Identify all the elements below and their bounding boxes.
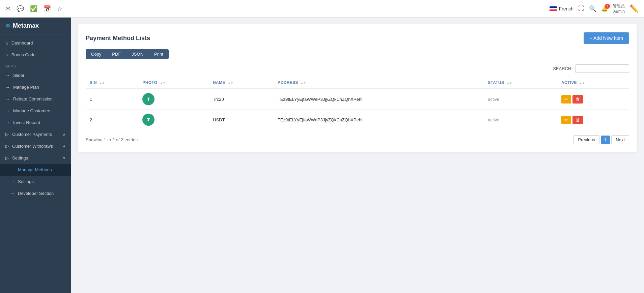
sidebar-item-developer-section[interactable]: → Developer Section (0, 187, 71, 199)
topbar-icons: ✉ 💬 ✅ 📅 ☆ (5, 5, 62, 12)
star-icon[interactable]: ☆ (57, 5, 62, 12)
calendar-icon[interactable]: 📅 (44, 5, 51, 12)
admin-role: Admin (613, 9, 625, 14)
cell-address: TEz9tELYyEjfaWWeP3JjyZQkCnZQhXPehi (274, 110, 484, 130)
main-content: Payment Method Lists + Add New Item Copy… (71, 18, 644, 293)
topbar-right: French ⛶ 🔍 🔔 5 管理员 Admin ✏️ (550, 3, 639, 14)
col-status: STATUS ▲▼ (484, 77, 557, 89)
admin-icon[interactable]: ✏️ (629, 4, 639, 13)
sidebar-item-manage-methods[interactable]: → Manage Methods (0, 164, 71, 176)
arrow-icon-invest: → (5, 120, 10, 125)
arrow-icon-slider: → (5, 73, 10, 78)
admin-label: 管理员 (613, 3, 625, 9)
col-address: ADDRESS ▲▼ (274, 77, 484, 89)
sidebar-item-invest-record[interactable]: → Invest Record (0, 117, 71, 128)
table-header-row: S.N ▲▼ PHOTO ▲▼ NAME ▲▼ ADDRESS (86, 77, 629, 89)
action-buttons: ✏ 🗑 (561, 95, 625, 104)
arrow-icon-manage-methods: → (10, 167, 15, 172)
current-page: 1 (601, 136, 610, 144)
sidebar-item-manage-customers[interactable]: → Manage Customers (0, 105, 71, 117)
chevron-icon-settings: ∨ (63, 156, 65, 160)
sidebar-item-manage-plan[interactable]: → Manage Plan (0, 81, 71, 93)
sort-arrows-sn: ▲▼ (100, 82, 105, 85)
notification-bell[interactable]: 🔔 5 (601, 5, 608, 12)
sort-arrows-active: ▲▼ (580, 82, 585, 85)
layout: ⚙ Metamax ⌂ Dashboard ⌂ Bonus Code APPS … (0, 18, 644, 293)
pagination-row: Showing 1 to 2 of 2 entries Previous 1 N… (86, 135, 629, 144)
next-button[interactable]: Next (611, 135, 629, 144)
cell-active: ✏ 🗑 (557, 89, 629, 110)
arrow-icon-developer: → (10, 191, 15, 196)
sidebar-label-dashboard: Dashboard (11, 40, 33, 46)
tether-icon: ₮ (142, 93, 155, 105)
chevron-icon-payments: ∧ (63, 132, 65, 137)
cell-name: USDT (209, 110, 274, 130)
sort-arrows-status: ▲▼ (507, 82, 512, 85)
sort-arrows-name: ▲▼ (228, 82, 233, 85)
language-selector[interactable]: French (550, 6, 573, 11)
sidebar-label-slider: Slider (13, 73, 24, 78)
pdf-button[interactable]: PDF (107, 49, 126, 59)
cell-photo: ₮ (138, 110, 209, 130)
sidebar-item-dashboard[interactable]: ⌂ Dashboard (0, 37, 71, 49)
cell-photo: ₮ (138, 89, 209, 110)
sidebar-label-withdraws: Customer Withdraws (12, 144, 53, 149)
edit-button[interactable]: ✏ (561, 116, 571, 124)
check-icon[interactable]: ✅ (30, 5, 37, 12)
toolbar: Copy PDF JSON Print (86, 49, 629, 59)
notification-badge: 5 (605, 4, 610, 9)
svg-text:₮: ₮ (147, 97, 150, 102)
delete-button[interactable]: 🗑 (572, 116, 583, 124)
sort-arrows-photo: ▲▼ (160, 82, 165, 85)
col-sn: S.N ▲▼ (86, 77, 138, 89)
fullscreen-icon[interactable]: ⛶ (578, 5, 584, 12)
brand-icon: ⚙ (5, 23, 10, 29)
search-label: SEARCH: (553, 66, 572, 71)
arrow-icon-customer-payments: ▷ (5, 132, 9, 137)
print-button[interactable]: Print (149, 49, 169, 59)
chevron-icon-withdraws: ∧ (63, 144, 65, 148)
json-button[interactable]: JSON (126, 49, 149, 59)
previous-button[interactable]: Previous (573, 135, 599, 144)
col-name: NAME ▲▼ (209, 77, 274, 89)
tether-icon: ₮ (142, 114, 155, 126)
edit-button[interactable]: ✏ (561, 95, 571, 104)
chat-icon[interactable]: 💬 (17, 5, 24, 12)
sidebar-label-manage-methods: Manage Methods (18, 167, 52, 172)
flag-icon (550, 6, 557, 11)
payment-methods-table: S.N ▲▼ PHOTO ▲▼ NAME ▲▼ ADDRESS (86, 77, 629, 130)
admin-info: 管理员 Admin (613, 3, 625, 14)
sidebar-item-settings-sub[interactable]: → Settings (0, 176, 71, 187)
sidebar-label-bonus-code: Bonus Code (11, 52, 36, 57)
home-icon2: ⌂ (5, 52, 8, 57)
language-label: French (559, 6, 573, 11)
sort-arrows-address: ▲▼ (301, 82, 306, 85)
sidebar-item-slider[interactable]: → Slider (0, 69, 71, 81)
sidebar-item-customer-withdraws[interactable]: ▷ Customer Withdraws ∧ (0, 140, 71, 152)
arrow-icon-settings: ▷ (5, 155, 9, 160)
sidebar-item-rebate-commission[interactable]: → Rebate Commission (0, 93, 71, 105)
add-new-item-button[interactable]: + Add New Item (584, 32, 629, 44)
cell-address: TEz9tELYyEjfaWWeP3JjyZQkCnZQhXPehi (274, 89, 484, 110)
sidebar-label-customer-payments: Customer Payments (12, 132, 52, 137)
cell-status: active (484, 110, 557, 130)
sidebar-item-bonus-code[interactable]: ⌂ Bonus Code (0, 49, 71, 61)
copy-button[interactable]: Copy (86, 49, 107, 59)
delete-button[interactable]: 🗑 (572, 95, 583, 104)
card-header: Payment Method Lists + Add New Item (86, 32, 629, 44)
search-icon[interactable]: 🔍 (589, 5, 596, 12)
table-row: 2 ₮ USDT TEz9tELYyEjfaWWeP3JjyZQkCnZQhXP… (86, 110, 629, 130)
apps-section-label: APPS (0, 61, 71, 69)
cell-sn: 2 (86, 110, 138, 130)
sidebar-label-manage-plan: Manage Plan (13, 85, 39, 90)
arrow-icon-manage-customers: → (5, 108, 10, 113)
sidebar-item-settings[interactable]: ▷ Settings ∨ (0, 152, 71, 164)
mail-icon[interactable]: ✉ (5, 5, 10, 12)
arrow-icon-rebate: → (5, 96, 10, 101)
search-input[interactable] (575, 64, 629, 73)
sidebar-label-rebate: Rebate Commission (13, 96, 53, 101)
sidebar-item-customer-payments[interactable]: ▷ Customer Payments ∧ (0, 128, 71, 140)
sidebar-label-manage-customers: Manage Customers (13, 108, 51, 113)
brand: ⚙ Metamax (0, 18, 71, 34)
sidebar-label-invest: Invest Record (13, 120, 40, 125)
